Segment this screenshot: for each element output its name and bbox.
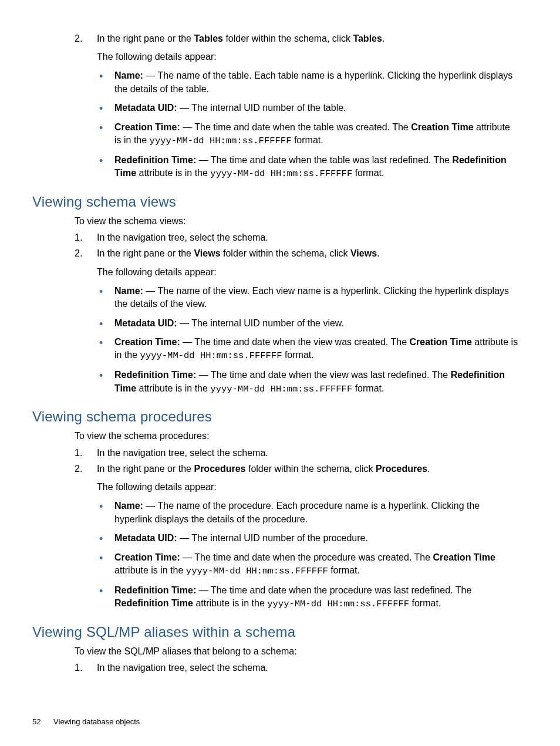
intro-text: To view the schema views:: [75, 215, 519, 228]
bullet-item: Name: — The name of the table. Each tabl…: [97, 69, 519, 96]
bullet-item: Creation Time: — The time and date when …: [97, 336, 519, 363]
step-text: In the right pane or the Tables folder w…: [97, 33, 384, 43]
step-number: 1.: [75, 231, 82, 244]
section-heading-procedures: Viewing schema procedures: [32, 409, 519, 425]
details-lead: The following details appear:: [97, 480, 519, 494]
bullet-item: Name: — The name of the procedure. Each …: [97, 499, 519, 526]
format-code: yyyy-MM-dd HH:mm:ss.FFFFFF: [267, 599, 409, 609]
step-text: In the navigation tree, select the schem…: [97, 448, 268, 458]
list-item: 1. In the navigation tree, select the sc…: [75, 446, 519, 460]
bullet-item: Metadata UID: — The internal UID number …: [97, 532, 519, 545]
step-text: In the navigation tree, select the schem…: [97, 232, 268, 242]
format-code: yyyy-MM-dd HH:mm:ss.FFFFFF: [150, 136, 292, 146]
document-page: 2. In the right pane or the Tables folde…: [0, 0, 560, 746]
page-footer: 52 Viewing database objects: [32, 717, 140, 726]
section-heading-views: Viewing schema views: [32, 194, 519, 210]
procs-ordered-list: 1. In the navigation tree, select the sc…: [75, 446, 519, 611]
bullet-item: Redefinition Time: — The time and date w…: [97, 154, 519, 181]
list-item: 1. In the navigation tree, select the sc…: [75, 661, 519, 674]
section-heading-aliases: Viewing SQL/MP aliases within a schema: [32, 624, 519, 640]
bullet-item: Creation Time: — The time and date when …: [97, 551, 519, 578]
views-ordered-list: 1. In the navigation tree, select the sc…: [75, 231, 519, 396]
format-code: yyyy-MM-dd HH:mm:ss.FFFFFF: [210, 384, 352, 394]
intro-text: To view the schema procedures:: [75, 430, 519, 443]
bullet-item: Metadata UID: — The internal UID number …: [97, 317, 519, 330]
step-number: 2.: [75, 32, 82, 45]
step-number: 1.: [75, 661, 82, 674]
bullet-item: Redefinition Time: — The time and date w…: [97, 584, 519, 611]
format-code: yyyy-MM-dd HH:mm:ss.FFFFFF: [186, 566, 328, 576]
bullet-item: Redefinition Time: — The time and date w…: [97, 369, 519, 396]
intro-text: To view the SQL/MP aliases that belong t…: [75, 645, 519, 658]
bullet-item: Metadata UID: — The internal UID number …: [97, 102, 519, 114]
step-text: In the right pane or the Views folder wi…: [97, 248, 379, 258]
aliases-ordered-list: 1. In the navigation tree, select the sc…: [75, 661, 519, 674]
list-item: 2. In the right pane or the Procedures f…: [75, 462, 519, 611]
step-text: In the right pane or the Procedures fold…: [97, 464, 430, 474]
step-text: In the navigation tree, select the schem…: [97, 663, 268, 673]
bullet-list: Name: — The name of the table. Each tabl…: [97, 69, 519, 180]
bullet-item: Creation Time: — The time and date when …: [97, 121, 519, 148]
details-lead: The following details appear:: [97, 50, 519, 63]
step-number: 2.: [75, 462, 82, 475]
step-number: 1.: [75, 446, 82, 460]
bullet-list: Name: — The name of the view. Each view …: [97, 285, 519, 396]
format-code: yyyy-MM-dd HH:mm:ss.FFFFFF: [140, 350, 282, 361]
page-number: 52: [32, 717, 41, 726]
step-number: 2.: [75, 247, 82, 260]
bullet-list: Name: — The name of the procedure. Each …: [97, 499, 519, 610]
list-item: 1. In the navigation tree, select the sc…: [75, 231, 519, 244]
footer-title: Viewing database objects: [53, 717, 140, 726]
list-item: 2. In the right pane or the Tables folde…: [75, 32, 519, 181]
bullet-item: Name: — The name of the view. Each view …: [97, 285, 519, 311]
list-item: 2. In the right pane or the Views folder…: [75, 247, 519, 396]
top-ordered-list: 2. In the right pane or the Tables folde…: [75, 32, 519, 181]
details-lead: The following details appear:: [97, 265, 519, 279]
format-code: yyyy-MM-dd HH:mm:ss.FFFFFF: [210, 168, 352, 179]
